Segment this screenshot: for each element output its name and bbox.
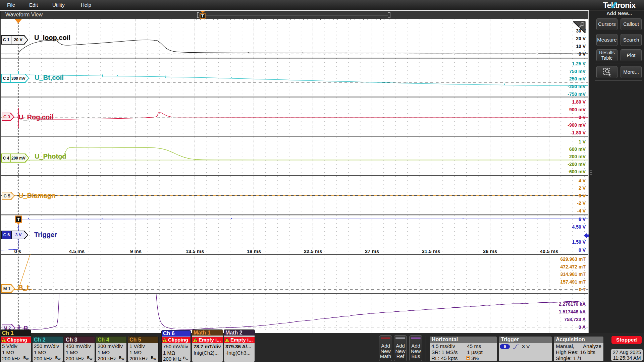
svg-text:T: T	[17, 217, 20, 222]
svg-text:T: T	[467, 357, 469, 360]
svg-text:!: !	[164, 339, 165, 342]
svg-text:!: !	[195, 339, 196, 342]
svg-text:T: T	[201, 14, 204, 18]
svg-text:!: !	[226, 339, 227, 342]
svg-text:!: !	[3, 339, 4, 342]
